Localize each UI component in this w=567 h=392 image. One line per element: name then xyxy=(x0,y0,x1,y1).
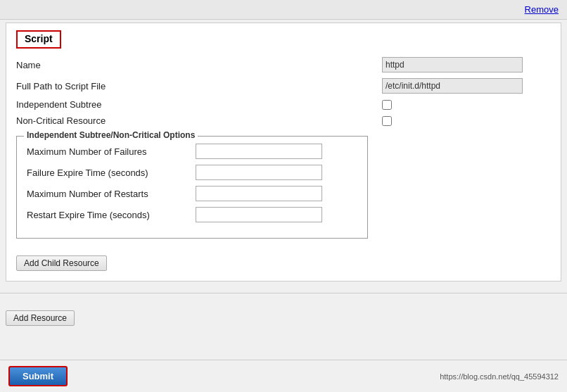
script-box: Script xyxy=(16,30,61,49)
bottom-bar: Submit https://blog.csdn.net/qq_45594312 xyxy=(0,360,567,392)
max-restarts-label: Maximum Number of Restarts xyxy=(27,189,196,199)
add-resource-section: Add Resource xyxy=(0,305,567,331)
path-input[interactable] xyxy=(382,78,523,94)
subtree-options-box: Independent Subtree/Non-Critical Options… xyxy=(16,136,368,239)
independent-label: Independent Subtree xyxy=(16,99,382,110)
max-restarts-row: Maximum Number of Restarts xyxy=(27,186,357,201)
independent-row: Independent Subtree xyxy=(16,99,551,110)
subtree-legend: Independent Subtree/Non-Critical Options xyxy=(24,130,198,140)
path-row: Full Path to Script File xyxy=(16,78,551,94)
name-input[interactable] xyxy=(382,57,523,72)
restart-expire-input[interactable] xyxy=(196,207,322,222)
name-row: Name xyxy=(16,57,551,72)
max-failures-label: Maximum Number of Failures xyxy=(27,146,196,157)
main-content: Script Name Full Path to Script File Ind… xyxy=(6,23,561,282)
section-separator xyxy=(0,293,567,293)
max-failures-row: Maximum Number of Failures xyxy=(27,144,357,159)
name-label: Name xyxy=(16,60,382,70)
remove-link[interactable]: Remove xyxy=(525,4,559,15)
path-label: Full Path to Script File xyxy=(16,81,382,91)
noncritical-checkbox[interactable] xyxy=(382,116,392,126)
add-resource-button[interactable]: Add Resource xyxy=(6,310,75,326)
failure-expire-label: Failure Expire Time (seconds) xyxy=(27,167,196,178)
noncritical-label: Non-Critical Resource xyxy=(16,115,382,126)
script-title: Script xyxy=(25,33,53,44)
top-bar: Remove xyxy=(0,0,567,20)
independent-checkbox[interactable] xyxy=(382,100,392,110)
failure-expire-input[interactable] xyxy=(196,165,322,180)
failure-expire-row: Failure Expire Time (seconds) xyxy=(27,165,357,180)
max-failures-input[interactable] xyxy=(196,144,322,159)
url-text: https://blog.csdn.net/qq_45594312 xyxy=(440,372,559,381)
noncritical-row: Non-Critical Resource xyxy=(16,115,551,126)
restart-expire-row: Restart Expire Time (seconds) xyxy=(27,207,357,222)
max-restarts-input[interactable] xyxy=(196,186,322,201)
restart-expire-label: Restart Expire Time (seconds) xyxy=(27,210,196,220)
add-child-resource-button[interactable]: Add Child Resource xyxy=(16,255,107,271)
submit-button[interactable]: Submit xyxy=(8,366,68,386)
